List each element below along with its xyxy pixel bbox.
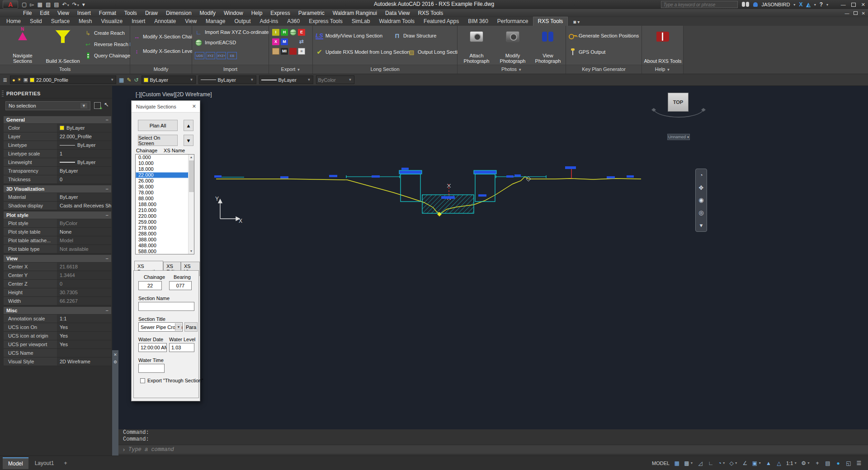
water-level-field[interactable]: 1.03: [169, 343, 194, 352]
section-name-field[interactable]: [138, 302, 194, 311]
panel-label-keyplan[interactable]: Key Plan Generator: [566, 65, 642, 74]
menu-view[interactable]: View: [53, 10, 73, 16]
import-xyz-button[interactable]: XYZ: [206, 52, 215, 59]
menu-tools[interactable]: Tools: [120, 10, 141, 16]
export-floppy-x-icon[interactable]: X: [272, 38, 279, 45]
full-navigation-wheel-icon[interactable]: ◔: [699, 172, 703, 179]
chainage-item[interactable]: 220.000: [136, 213, 194, 219]
chainage-item[interactable]: 18.000: [136, 166, 194, 172]
ribbon-tab-solid[interactable]: Solid: [25, 17, 47, 26]
property-value[interactable]: Casts and Receives Sha...: [57, 202, 111, 210]
property-value[interactable]: 2D Wireframe: [57, 357, 111, 366]
property-value[interactable]: 30.7305: [57, 288, 111, 296]
select-on-screen-button[interactable]: Select On Screen: [138, 135, 178, 146]
export-floppy-e-icon[interactable]: E: [298, 29, 305, 36]
property-row-ucs-icon-on[interactable]: UCS icon OnYes: [4, 323, 111, 332]
ribbon-tab-bim-360[interactable]: BIM 360: [463, 17, 493, 26]
dialog-title[interactable]: Navigate Sections: [132, 101, 200, 113]
selection-filter-select[interactable]: No selection ▼: [5, 101, 90, 110]
menu-data-view[interactable]: Data View: [381, 10, 414, 16]
viewport-controls[interactable]: [-][Custom View][2D Wireframe]: [136, 91, 212, 98]
export-globe-icon[interactable]: [290, 29, 297, 36]
snap-mode-icon[interactable]: ▩▼: [683, 458, 694, 468]
layer-match-icon[interactable]: ✎: [127, 77, 131, 83]
property-value[interactable]: [57, 349, 111, 357]
ribbon-tab-annotate[interactable]: Annotate: [150, 17, 180, 26]
panel-label-photos[interactable]: Photos ▼: [458, 65, 566, 74]
annotation-monitor-icon[interactable]: +: [813, 458, 822, 468]
collapse-icon[interactable]: −: [106, 186, 108, 192]
property-row-plot-style-table[interactable]: Plot style tableNone: [4, 228, 111, 236]
panel-label-tools[interactable]: Tools: [0, 65, 130, 74]
model-space-toggle[interactable]: MODEL: [651, 458, 671, 468]
property-value[interactable]: 21.6618: [57, 263, 111, 271]
ortho-mode-icon[interactable]: ∟: [706, 458, 715, 468]
query-chainage-button[interactable]: Query Chainage: [84, 51, 130, 60]
close-button[interactable]: ✕: [861, 2, 865, 8]
property-value[interactable]: 66.2267: [57, 297, 111, 305]
property-value[interactable]: Yes: [57, 332, 111, 340]
menu-help[interactable]: Help: [247, 10, 267, 16]
search-icon[interactable]: [741, 2, 750, 7]
create-reach-button[interactable]: ↳ Create Reach: [84, 28, 125, 38]
command-input[interactable]: › Type a command: [118, 445, 868, 454]
section-header-view[interactable]: View−: [4, 255, 111, 262]
section-title-select[interactable]: Sewer Pipe Crossin ▼: [138, 322, 183, 332]
modify-photograph-button[interactable]: Modify Photograph: [495, 27, 531, 64]
property-row-layer[interactable]: Layer22.000_Profile: [4, 132, 111, 141]
layer-select[interactable]: ● ☀ ▣ 22.000_Profile ▼: [10, 75, 116, 84]
modify-x-section-level-button[interactable]: ↕ Modify X-Section Level: [133, 47, 194, 56]
collapse-icon[interactable]: −: [106, 308, 108, 313]
property-row-center-z[interactable]: Center Z0: [4, 280, 111, 288]
isometric-drafting-icon[interactable]: ◇▼: [728, 458, 739, 468]
gps-output-button[interactable]: GPS Output: [569, 47, 605, 56]
property-row-linetype[interactable]: LinetypeByLayer: [4, 141, 111, 150]
list-scrollbar[interactable]: ▲ ▼: [188, 155, 194, 254]
collapse-icon[interactable]: −: [106, 212, 108, 218]
doc-close-button[interactable]: ✕: [862, 11, 865, 16]
layer-freeze-icon[interactable]: ☀: [17, 77, 22, 83]
chainage-item[interactable]: 188.000: [136, 202, 194, 207]
chainage-list[interactable]: 0.00010.00018.00022.00026.00036.00078.00…: [135, 154, 194, 254]
property-value[interactable]: ByLayer: [57, 158, 111, 166]
property-value[interactable]: 0: [57, 175, 111, 183]
quick-properties-icon[interactable]: ▤: [823, 458, 832, 468]
chainage-item[interactable]: 288.000: [136, 231, 194, 237]
section-header-misc[interactable]: Misc−: [4, 307, 111, 314]
doc-minimize-button[interactable]: —: [845, 11, 849, 16]
communication-center-icon[interactable]: ◭: [806, 1, 810, 8]
menu-format[interactable]: Format: [95, 10, 120, 16]
chainage-item[interactable]: 22.000: [136, 172, 194, 178]
scroll-down-icon[interactable]: ▼: [189, 249, 194, 254]
water-time-field[interactable]: [138, 364, 165, 373]
property-row-plot-table-attache-[interactable]: Plot table attache...Model: [4, 236, 111, 245]
infer-constraints-icon[interactable]: ◿: [696, 458, 705, 468]
section-header-3d-visualization[interactable]: 3D Visualization−: [4, 185, 111, 193]
property-value[interactable]: ByLayer: [57, 141, 111, 149]
doc-restore-button[interactable]: [854, 11, 858, 15]
property-row-ucs-name[interactable]: UCS Name: [4, 349, 111, 357]
chainage-item[interactable]: 0.000: [136, 155, 194, 160]
chainage-item[interactable]: 259.000: [136, 219, 194, 225]
ribbon-display-toggle-icon[interactable]: ◙ ▾: [571, 19, 582, 26]
new-layout-button[interactable]: +: [60, 460, 71, 466]
showmotion-icon[interactable]: ▾: [700, 222, 703, 229]
menu-waldram-ranginui[interactable]: Waldram Ranginui: [329, 10, 381, 16]
chainage-item[interactable]: 210.000: [136, 207, 194, 213]
grid-display-icon[interactable]: ▦: [672, 458, 681, 468]
command-close-icon[interactable]: ✕: [113, 352, 117, 357]
ribbon-tab-home[interactable]: Home: [2, 17, 25, 26]
menu-file[interactable]: File: [19, 10, 36, 16]
property-row-shadow-display[interactable]: Shadow displayCasts and Receives Sha...: [4, 202, 111, 210]
chainage-item[interactable]: 278.000: [136, 225, 194, 231]
build-x-section-button[interactable]: Build X-Section: [43, 27, 82, 64]
communication-caret-icon[interactable]: ▾: [814, 3, 816, 7]
customization-icon[interactable]: ☰: [854, 458, 863, 468]
panel-label-long-section[interactable]: Long Section: [313, 65, 457, 74]
property-row-center-y[interactable]: Center Y1.3464: [4, 271, 111, 280]
ribbon-tab-express-tools[interactable]: Express Tools: [304, 17, 347, 26]
property-value[interactable]: 1.3464: [57, 271, 111, 279]
help-caret-icon[interactable]: ▾: [826, 3, 828, 7]
toggle-pickadd-icon[interactable]: [94, 102, 101, 109]
annotation-scale-control[interactable]: 1:1▼: [785, 458, 798, 468]
